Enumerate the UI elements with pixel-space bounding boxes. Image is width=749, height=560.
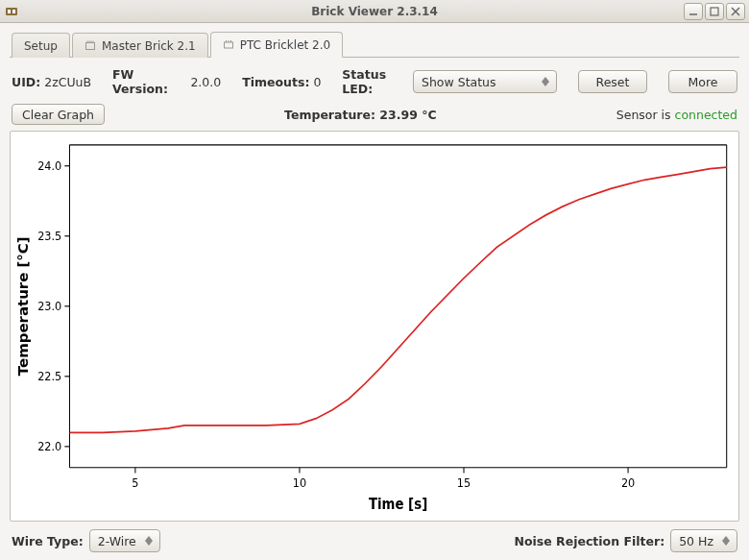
button-label: Reset (596, 75, 630, 89)
svg-text:23.5: 23.5 (37, 230, 61, 244)
svg-rect-12 (224, 42, 232, 48)
fw-value: 2.0.0 (190, 75, 221, 89)
svg-marker-17 (542, 82, 549, 86)
svg-text:5: 5 (132, 476, 138, 491)
temperature-readout: Temperature: 23.99 °C (105, 108, 616, 122)
dropdown-arrows-icon (539, 77, 552, 86)
dropdown-arrows-icon (142, 536, 156, 546)
button-label: Clear Graph (22, 108, 94, 122)
window-buttons (684, 3, 745, 20)
app-icon (4, 4, 19, 19)
titlebar[interactable]: Brick Viewer 2.3.14 (0, 0, 749, 23)
more-button[interactable]: More (668, 70, 737, 93)
sensor-status: Sensor is connected (616, 108, 737, 122)
fw-label: FW Version: (112, 67, 186, 96)
tab-master-brick[interactable]: Master Brick 2.1 (72, 33, 208, 58)
timeouts-label: Timeouts: (242, 75, 309, 89)
svg-text:Temperature [°C]: Temperature [°C] (16, 236, 31, 376)
svg-rect-1 (8, 10, 11, 13)
minimize-button[interactable] (684, 3, 703, 20)
svg-text:22.0: 22.0 (37, 440, 61, 454)
svg-text:Time [s]: Time [s] (369, 497, 427, 513)
noise-filter-label: Noise Rejection Filter: (514, 534, 664, 548)
timeouts-value: 0 (313, 75, 321, 89)
fw-version-field: FW Version: 2.0.0 (112, 67, 221, 96)
button-label: More (689, 75, 718, 89)
temperature-chart: 22.022.523.023.524.05101520Time [s]Tempe… (10, 131, 739, 522)
svg-marker-43 (145, 541, 153, 546)
maximize-button[interactable] (705, 3, 724, 20)
svg-rect-4 (711, 8, 718, 15)
status-led-value: Show Status (422, 75, 533, 89)
wiretype-label: Wire Type: (12, 534, 84, 548)
svg-rect-7 (85, 43, 94, 50)
sensor-status-value: connected (675, 108, 737, 122)
noise-filter-value: 50 Hz (679, 534, 713, 548)
bottom-bar: Wire Type: 2-Wire Noise Rejection Filter… (10, 522, 739, 552)
svg-rect-2 (12, 10, 15, 13)
svg-text:15: 15 (457, 476, 471, 491)
uid-field: UID: 2zCUuB (12, 75, 91, 89)
dropdown-arrows-icon (719, 536, 733, 546)
graph-header-row: Clear Graph Temperature: 23.99 °C Sensor… (10, 104, 739, 131)
content: Setup Master Brick 2.1 PTC Bricklet 2.0 … (0, 23, 749, 560)
tab-label: PTC Bricklet 2.0 (240, 38, 330, 52)
app-window: Brick Viewer 2.3.14 Setup Master Brick 2… (0, 0, 749, 560)
svg-text:20: 20 (621, 476, 635, 491)
svg-marker-45 (722, 541, 730, 546)
brick-icon (85, 40, 96, 52)
close-button[interactable] (726, 3, 745, 20)
noise-filter-select[interactable]: 50 Hz (670, 529, 737, 552)
bricklet-icon (223, 39, 234, 51)
tab-setup[interactable]: Setup (12, 33, 70, 58)
status-led-field: Status LED: Show Status (342, 67, 557, 96)
status-led-select[interactable]: Show Status (413, 70, 557, 93)
wiretype-select[interactable]: 2-Wire (89, 529, 160, 552)
tab-label: Master Brick 2.1 (102, 39, 196, 53)
info-row: UID: 2zCUuB FW Version: 2.0.0 Timeouts: … (10, 58, 739, 104)
svg-text:24.0: 24.0 (37, 159, 61, 174)
tab-label: Setup (24, 39, 58, 53)
svg-text:23.0: 23.0 (37, 300, 61, 314)
timeouts-field: Timeouts: 0 (242, 75, 321, 89)
svg-text:10: 10 (293, 476, 306, 491)
clear-graph-button[interactable]: Clear Graph (12, 104, 105, 125)
tabbar: Setup Master Brick 2.1 PTC Bricklet 2.0 (10, 29, 739, 58)
uid-label: UID: (12, 75, 40, 89)
status-led-label: Status LED: (342, 67, 407, 96)
uid-value: 2zCUuB (44, 75, 91, 89)
svg-text:22.5: 22.5 (37, 370, 61, 384)
wiretype-value: 2-Wire (98, 534, 136, 548)
tab-ptc-bricklet[interactable]: PTC Bricklet 2.0 (210, 32, 343, 58)
svg-rect-0 (6, 8, 17, 15)
reset-button[interactable]: Reset (578, 70, 647, 93)
window-title: Brick Viewer 2.3.14 (0, 5, 749, 18)
